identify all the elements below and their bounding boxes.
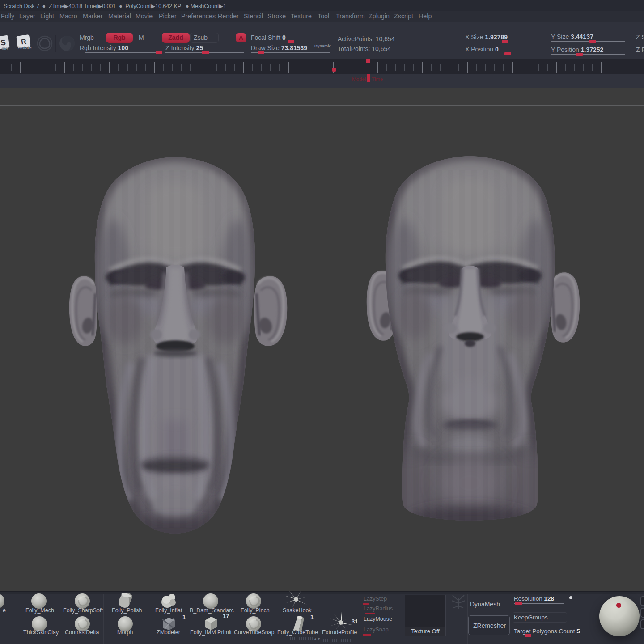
svg-text:Rotate: Rotate (18, 45, 32, 50)
svg-text:ale: ale (2, 46, 8, 51)
